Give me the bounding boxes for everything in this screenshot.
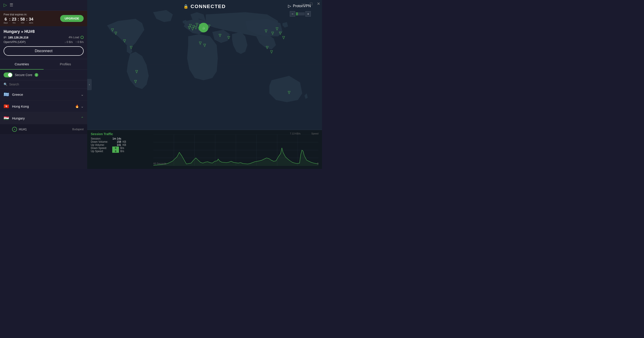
load-info: 4% Load [69, 36, 84, 39]
traffic-panel: Session Traffic Session: 1m 14s Down Vol… [87, 130, 322, 169]
greece-actions: ⌄ [81, 92, 84, 97]
secs-counter: 34 secs [29, 17, 33, 24]
down-vol-stat: Down Volume: 158 KB [91, 140, 151, 144]
speed-minus-button[interactable]: − [290, 11, 295, 16]
collapse-sidebar-button[interactable]: ‹ [87, 79, 92, 90]
search-input[interactable] [9, 82, 84, 86]
ip-display: IP: 185.128.26.218 [4, 35, 28, 39]
tab-countries[interactable]: Countries [0, 59, 44, 70]
secure-core-toggle[interactable] [4, 72, 12, 78]
disconnect-button[interactable]: Disconnect [4, 46, 84, 56]
left-panel: ▷ ☰ Free trial expires in: 6 days : 23 h… [0, 0, 87, 169]
speed-tick-6 [302, 12, 302, 16]
speed-tick-8 [304, 12, 304, 16]
traffic-chart [154, 134, 318, 166]
search-row: 🔍 [0, 80, 87, 88]
up-vol-stat: Up Volume: 141 KB [91, 144, 151, 146]
speed-tick-7 [303, 12, 304, 16]
country-list: 🇬🇷 Greece ⌄ 🇭🇰 Hong Kong 🔥 ⌄ 🇭🇺 Hungary … [0, 88, 87, 169]
greece-expand-btn[interactable]: ⌄ [81, 92, 84, 97]
country-item-hongkong[interactable]: 🇭🇰 Hong Kong 🔥 ⌄ [0, 100, 87, 112]
minimize-button[interactable]: — [302, 2, 306, 6]
speed-bar [296, 12, 304, 16]
server-status-icon: ● [12, 127, 17, 132]
tab-profiles[interactable]: Profiles [44, 59, 87, 70]
toggle-knob [8, 73, 12, 77]
maximize-button[interactable]: □ [310, 2, 312, 6]
up-speed-stat: Up Speed: 0 B/s [91, 150, 151, 153]
hungary-flag: 🇭🇺 [4, 116, 10, 121]
speed-tick-1 [296, 12, 297, 16]
hungary-collapse-btn[interactable]: ⌃ [81, 116, 84, 120]
hongkong-expand-btn[interactable]: ⌄ [81, 104, 84, 108]
server-name: Hungary » HU#8 [4, 29, 84, 34]
ip-row: IP: 185.128.26.218 4% Load [4, 35, 84, 39]
down-speed-stat: Down Speed: 0 B/s [91, 146, 151, 150]
proton-arrow-icon: ▷ [288, 4, 291, 8]
proton-logo-icon: ▷ [4, 2, 7, 8]
server-name-hu1: HU#1 [19, 128, 70, 131]
speed-tick-5 [300, 12, 301, 16]
greece-name: Greece [12, 92, 78, 96]
chart-time-left: 60 Seconds [154, 162, 166, 165]
secure-core-info-icon[interactable]: i [35, 73, 38, 77]
trial-countdown: 6 days : 23 hrs : 58 min : 34 secs [4, 17, 33, 24]
hot-icon: 🔥 [75, 104, 79, 108]
hrs-counter: 23 hrs [12, 17, 16, 24]
upgrade-button[interactable]: UPGRADE [60, 15, 84, 22]
protocol-row: OpenVPN (UDP) ↓ 0 B/s ↑ 0 B/s [4, 40, 84, 44]
connected-status-bar: 🔒 CONNECTED [183, 4, 226, 10]
trial-label: Free trial expires in: [4, 13, 33, 16]
min-counter: 58 min [20, 17, 25, 24]
hungary-name: Hungary [12, 116, 78, 120]
speed-tick-4 [300, 12, 300, 16]
right-panel: — □ ✕ ‹ 🔒 CONNECTED ▷ ProtonVPN − + [87, 0, 322, 169]
hongkong-name: Hong Kong [12, 104, 73, 108]
traffic-stats-column: Session Traffic Session: 1m 14s Down Vol… [91, 132, 154, 167]
greece-flag: 🇬🇷 [4, 92, 10, 97]
close-button[interactable]: ✕ [317, 2, 320, 6]
speed-plus-button[interactable]: + [306, 11, 311, 16]
hungary-actions: ⌃ [81, 116, 84, 120]
load-circle [80, 36, 84, 39]
connection-info: Hungary » HU#8 IP: 185.128.26.218 4% Loa… [0, 26, 87, 59]
window-controls: — □ ✕ [302, 2, 320, 6]
panel-header: ▷ ☰ [0, 0, 87, 11]
trial-banner: Free trial expires in: 6 days : 23 hrs :… [0, 11, 87, 26]
speed-info: ↓ 0 B/s ↑ 0 B/s [64, 40, 84, 44]
secure-core-row: Secure Core i [0, 70, 87, 80]
session-stat: Session: 1m 14s [91, 137, 151, 140]
chart-time-right: 0 [317, 162, 318, 165]
world-map: ⌂ [92, 7, 322, 123]
traffic-title: Session Traffic [91, 132, 151, 136]
server-item-hu1[interactable]: ● HU#1 Budapest [0, 124, 87, 135]
secure-core-label: Secure Core [15, 73, 32, 77]
server-location-hu1: Budapest [72, 128, 84, 131]
trial-info: Free trial expires in: 6 days : 23 hrs :… [4, 13, 33, 24]
connected-text: CONNECTED [190, 4, 226, 10]
lock-icon: 🔒 [183, 4, 188, 9]
country-item-greece[interactable]: 🇬🇷 Greece ⌄ [0, 88, 87, 100]
country-item-hungary[interactable]: 🇭🇺 Hungary ⌃ [0, 112, 87, 124]
hongkong-actions: 🔥 ⌄ [75, 104, 84, 108]
speed-tick-3 [298, 12, 299, 16]
hongkong-flag: 🇭🇰 [4, 104, 10, 109]
speed-control: − + [290, 11, 311, 16]
tabs-row: Countries Profiles [0, 59, 87, 70]
menu-icon[interactable]: ☰ [10, 2, 13, 8]
search-icon: 🔍 [4, 82, 8, 86]
chart-container: Speed 7.13 KB/s [154, 132, 318, 167]
days-counter: 6 days [4, 17, 8, 24]
speed-tick-2 [297, 12, 298, 16]
